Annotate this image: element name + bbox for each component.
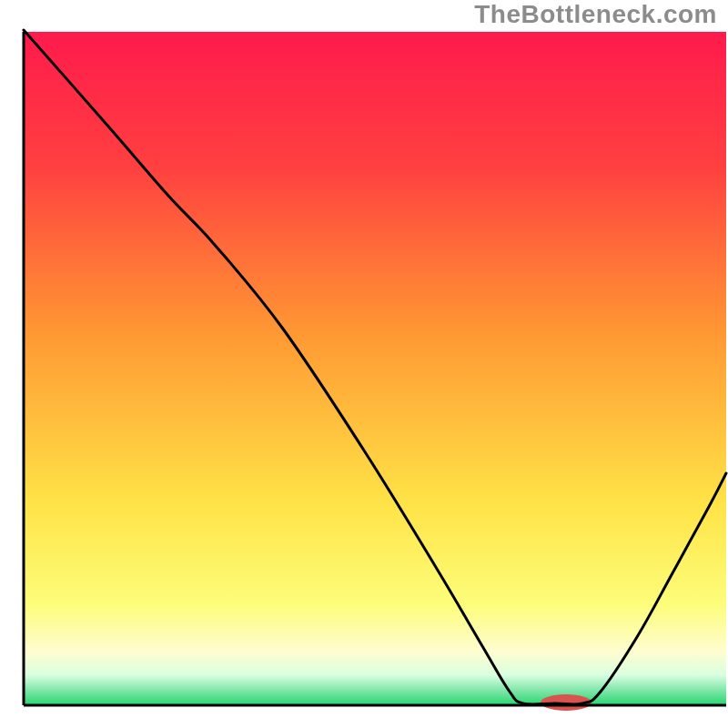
gradient-background (24, 32, 726, 705)
chart-container: TheBottleneck.com (0, 0, 728, 728)
bottleneck-chart (0, 0, 728, 728)
watermark-text: TheBottleneck.com (474, 0, 717, 29)
